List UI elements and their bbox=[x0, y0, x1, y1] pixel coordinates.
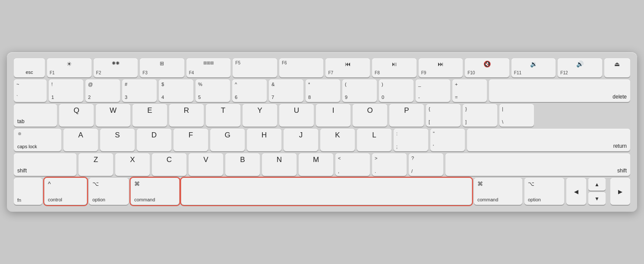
key-r[interactable]: R bbox=[169, 104, 204, 127]
key-f2-icon: ✺✺ bbox=[112, 60, 120, 66]
bottom-row: fn ^ control ⌥ option ⌘ command ⌘ comman… bbox=[14, 178, 630, 205]
key-bracket-left[interactable]: { [ bbox=[426, 104, 461, 127]
key-f2[interactable]: ✺✺ F2 bbox=[94, 58, 138, 77]
key-x[interactable]: X bbox=[115, 153, 150, 176]
key-option-right[interactable]: ⌥ option bbox=[524, 178, 564, 205]
key-shift-right[interactable]: shift bbox=[445, 153, 630, 176]
key-a[interactable]: A bbox=[63, 129, 98, 151]
key-arrow-left[interactable]: ◀ bbox=[566, 178, 586, 205]
key-bracket-right[interactable]: } ] bbox=[463, 104, 497, 127]
key-f3-label: F3 bbox=[142, 70, 148, 76]
key-p[interactable]: P bbox=[389, 104, 424, 127]
key-f6[interactable]: F6 bbox=[279, 58, 324, 77]
key-1[interactable]: ! 1 bbox=[49, 80, 83, 102]
key-command-left[interactable]: ⌘ command bbox=[131, 178, 179, 205]
key-7[interactable]: & 7 bbox=[269, 80, 303, 102]
key-arrow-right[interactable]: ▶ bbox=[610, 178, 630, 205]
key-comma[interactable]: < , bbox=[335, 153, 370, 176]
key-option-left[interactable]: ⌥ option bbox=[89, 178, 129, 205]
key-f7[interactable]: ⏮ F7 bbox=[325, 58, 370, 77]
key-g[interactable]: G bbox=[210, 129, 245, 151]
key-f4[interactable]: ⊞⊞⊞ F4 bbox=[186, 58, 231, 77]
key-f8-icon: ⏯ bbox=[391, 60, 397, 67]
key-i[interactable]: I bbox=[316, 104, 350, 127]
key-backtick[interactable]: ~ ` bbox=[14, 80, 47, 102]
key-command-right[interactable]: ⌘ command bbox=[474, 178, 522, 205]
key-f12-icon: 🔊 bbox=[576, 60, 584, 67]
key-3[interactable]: # 3 bbox=[122, 80, 157, 102]
zxcv-row: shift Z X C V B N M < , bbox=[14, 153, 630, 176]
caps-lock-indicator bbox=[18, 132, 21, 135]
key-h[interactable]: H bbox=[247, 129, 281, 151]
key-e[interactable]: E bbox=[133, 104, 167, 127]
key-q[interactable]: Q bbox=[59, 104, 94, 127]
key-f7-label: F7 bbox=[328, 70, 333, 76]
key-f10-label: F10 bbox=[467, 70, 475, 76]
key-caps-lock[interactable]: caps lock bbox=[14, 129, 61, 151]
key-c[interactable]: C bbox=[152, 153, 186, 176]
key-k[interactable]: K bbox=[320, 129, 355, 151]
key-f12-label: F12 bbox=[560, 70, 568, 76]
number-row: ~ ` ! 1 @ 2 # 3 $ 4 bbox=[14, 80, 630, 102]
key-o[interactable]: O bbox=[353, 104, 387, 127]
key-return[interactable]: return bbox=[467, 129, 630, 151]
key-d[interactable]: D bbox=[137, 129, 171, 151]
key-9[interactable]: ( 9 bbox=[342, 80, 377, 102]
key-tab[interactable]: tab bbox=[14, 104, 57, 127]
key-arrow-up[interactable]: ▲ bbox=[588, 178, 606, 191]
key-space[interactable] bbox=[181, 178, 472, 205]
key-f2-label: F2 bbox=[96, 70, 101, 76]
key-slash[interactable]: ? / bbox=[409, 153, 443, 176]
key-f4-label: F4 bbox=[189, 70, 194, 76]
key-t[interactable]: T bbox=[206, 104, 240, 127]
key-j[interactable]: J bbox=[284, 129, 318, 151]
key-f5-label: F5 bbox=[235, 60, 240, 66]
key-f5[interactable]: F5 bbox=[233, 58, 277, 77]
key-f1[interactable]: ☀ F1 bbox=[47, 58, 92, 77]
key-f9[interactable]: ⏭ F9 bbox=[419, 58, 463, 77]
key-2[interactable]: @ 2 bbox=[85, 80, 120, 102]
key-fn[interactable]: fn bbox=[14, 178, 42, 205]
key-semicolon[interactable]: : ; bbox=[394, 129, 428, 151]
key-w[interactable]: W bbox=[96, 104, 130, 127]
key-f12[interactable]: 🔊 F12 bbox=[558, 58, 602, 77]
fn-row: esc ☀ F1 ✺✺ F2 ⊞ F3 ⊞⊞⊞ F4 F5 F6 bbox=[14, 58, 630, 77]
key-6[interactable]: ^ 6 bbox=[232, 80, 267, 102]
key-shift-left[interactable]: shift bbox=[14, 153, 76, 176]
key-5[interactable]: % 5 bbox=[196, 80, 230, 102]
key-control[interactable]: ^ control bbox=[44, 178, 87, 205]
key-0[interactable]: ) 0 bbox=[379, 80, 414, 102]
key-l[interactable]: L bbox=[357, 129, 391, 151]
key-f6-label: F6 bbox=[282, 60, 287, 66]
key-delete[interactable]: delete bbox=[489, 80, 630, 102]
key-minus[interactable]: _ - bbox=[416, 80, 450, 102]
key-esc[interactable]: esc bbox=[14, 58, 45, 77]
key-f3[interactable]: ⊞ F3 bbox=[140, 58, 184, 77]
key-n[interactable]: N bbox=[262, 153, 297, 176]
key-b[interactable]: B bbox=[225, 153, 260, 176]
key-f11-label: F11 bbox=[514, 70, 521, 76]
key-4[interactable]: $ 4 bbox=[159, 80, 193, 102]
key-f10[interactable]: 🔇 F10 bbox=[465, 58, 509, 77]
key-period[interactable]: > . bbox=[372, 153, 407, 176]
key-s[interactable]: S bbox=[100, 129, 135, 151]
key-f1-icon: ☀ bbox=[66, 60, 72, 67]
key-f11[interactable]: 🔉 F11 bbox=[511, 58, 556, 77]
key-f8-label: F8 bbox=[375, 70, 380, 76]
key-equals[interactable]: + = bbox=[452, 80, 487, 102]
key-u[interactable]: U bbox=[279, 104, 314, 127]
key-f8[interactable]: ⏯ F8 bbox=[372, 58, 417, 77]
key-quote[interactable]: " ' bbox=[430, 129, 465, 151]
key-f[interactable]: F bbox=[174, 129, 208, 151]
key-v[interactable]: V bbox=[189, 153, 223, 176]
key-eject-icon: ⏏ bbox=[614, 60, 620, 67]
key-8[interactable]: * 8 bbox=[306, 80, 340, 102]
key-f9-icon: ⏭ bbox=[438, 60, 444, 67]
key-z[interactable]: Z bbox=[79, 153, 113, 176]
key-backslash[interactable]: | \ bbox=[499, 104, 534, 127]
key-arrow-down[interactable]: ▼ bbox=[588, 192, 606, 205]
key-f10-icon: 🔇 bbox=[483, 60, 491, 67]
key-y[interactable]: Y bbox=[243, 104, 277, 127]
key-eject[interactable]: ⏏ bbox=[604, 58, 630, 77]
key-m[interactable]: M bbox=[299, 153, 333, 176]
